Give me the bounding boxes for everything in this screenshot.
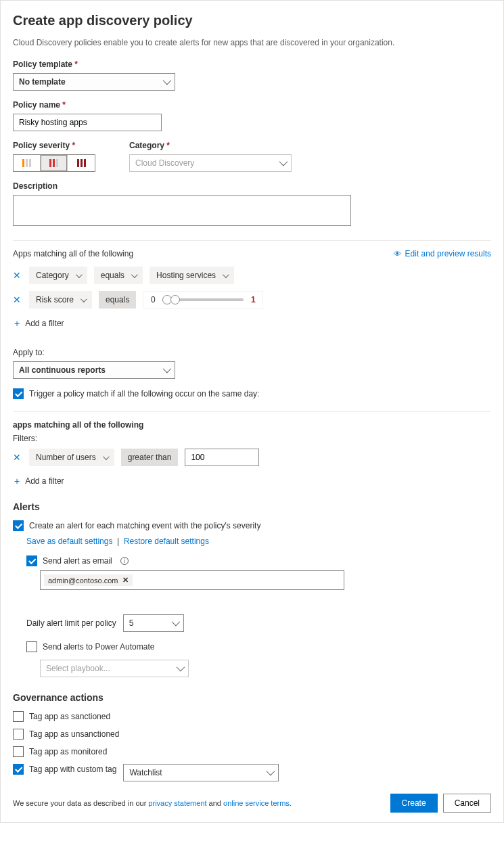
add-filter-button[interactable]: + Add a filter [14, 318, 64, 329]
page-title: Create app discovery policy [13, 13, 491, 28]
filter-value-select[interactable]: Hosting services [150, 267, 234, 284]
filter-field-select[interactable]: Number of users [29, 449, 114, 466]
tag-sanctioned-checkbox[interactable]: Tag app as sanctioned [13, 711, 110, 722]
risk-score-slider[interactable]: 0 1 [143, 291, 263, 309]
remove-filter-icon[interactable]: ✕ [13, 453, 22, 462]
divider [13, 411, 491, 412]
filter-op-select[interactable]: greater than [121, 449, 179, 466]
checkbox-icon [26, 555, 37, 566]
policy-template-select[interactable]: No template [13, 73, 175, 91]
chevron-down-icon [129, 271, 136, 280]
chevron-down-icon [166, 618, 178, 628]
label-template: Policy template [13, 60, 491, 69]
chevron-down-icon [158, 365, 169, 375]
severity-medium[interactable] [41, 155, 68, 171]
remove-filter-icon[interactable]: ✕ [13, 295, 22, 304]
tag-custom-checkbox[interactable]: Tag app with custom tag [13, 764, 116, 775]
edit-preview-link[interactable]: Edit and preview results [394, 249, 491, 258]
save-defaults-link[interactable]: Save as default settings [26, 537, 112, 546]
apply-to-select[interactable]: All continuous reports [13, 361, 175, 379]
chevron-down-icon [171, 664, 183, 673]
daily-matching-heading: apps matching all of the following [13, 420, 491, 430]
add-filter-button[interactable]: + Add a filter [14, 476, 64, 486]
chevron-down-icon [274, 158, 285, 168]
cancel-button[interactable]: Cancel [443, 794, 491, 813]
chevron-down-icon [261, 768, 273, 777]
footer-text: We secure your data as described in our … [13, 799, 292, 807]
checkbox-icon [13, 520, 24, 531]
label-severity: Policy severity [13, 141, 95, 150]
checkbox-icon [13, 764, 24, 775]
label-description: Description [13, 181, 491, 191]
chevron-down-icon [158, 77, 169, 87]
label-name: Policy name [13, 100, 491, 110]
filter-op-select[interactable]: equals [94, 267, 143, 284]
policy-name-input[interactable] [13, 114, 162, 131]
severity-selector [13, 154, 95, 172]
chevron-down-icon [73, 271, 81, 280]
create-button[interactable]: Create [390, 794, 438, 813]
tag-unsanctioned-checkbox[interactable]: Tag app as unsanctioned [13, 729, 119, 740]
tag-monitored-checkbox[interactable]: Tag app as monitored [13, 746, 107, 757]
remove-chip-icon[interactable]: ✕ [122, 576, 129, 585]
restore-defaults-link[interactable]: Restore default settings [124, 537, 209, 546]
description-input[interactable] [13, 195, 351, 226]
filters-label: Filters: [13, 434, 491, 443]
privacy-link[interactable]: privacy statement [148, 799, 206, 807]
info-icon[interactable] [120, 557, 129, 565]
filter-field-select[interactable]: Category [29, 267, 87, 284]
custom-tag-select[interactable]: Watchlist [123, 764, 279, 781]
checkbox-icon [13, 746, 24, 757]
trigger-same-day-checkbox[interactable]: Trigger a policy match if all the follow… [13, 388, 259, 399]
checkbox-icon [13, 711, 24, 722]
filter-op-select[interactable]: equals [99, 291, 136, 309]
chevron-down-icon [78, 295, 85, 304]
label-category: Category [129, 141, 292, 150]
matching-heading: Apps matching all of the following [13, 249, 133, 258]
power-automate-checkbox[interactable]: Send alerts to Power Automate [26, 641, 154, 652]
governance-heading: Governance actions [13, 692, 491, 703]
terms-link[interactable]: online service terms [223, 799, 290, 807]
page-subtitle: Cloud Discovery policies enable you to c… [13, 38, 491, 47]
chevron-down-icon [220, 271, 227, 280]
daily-limit-label: Daily alert limit per policy [26, 618, 116, 628]
divider [13, 240, 491, 241]
checkbox-icon [13, 729, 24, 740]
playbook-select: Select playbook... [40, 660, 189, 677]
label-apply-to: Apply to: [13, 348, 491, 357]
email-recipients-input[interactable]: admin@contoso.com ✕ [40, 570, 344, 590]
plus-icon: + [14, 476, 20, 486]
email-chip: admin@contoso.com ✕ [44, 574, 133, 586]
checkbox-icon [13, 388, 24, 399]
category-select: Cloud Discovery [129, 154, 292, 172]
create-alert-checkbox[interactable]: Create an alert for each matching event … [13, 520, 260, 531]
severity-low[interactable] [14, 155, 41, 171]
filter-value-input[interactable] [185, 449, 259, 466]
daily-limit-select[interactable]: 5 [123, 614, 184, 632]
remove-filter-icon[interactable]: ✕ [13, 271, 22, 280]
alerts-heading: Alerts [13, 501, 491, 512]
severity-high[interactable] [68, 155, 95, 171]
checkbox-icon [26, 641, 37, 652]
send-email-checkbox[interactable]: Send alert as email [26, 555, 129, 566]
chevron-down-icon [100, 453, 108, 462]
filter-field-select[interactable]: Risk score [29, 291, 92, 309]
plus-icon: + [14, 318, 20, 329]
